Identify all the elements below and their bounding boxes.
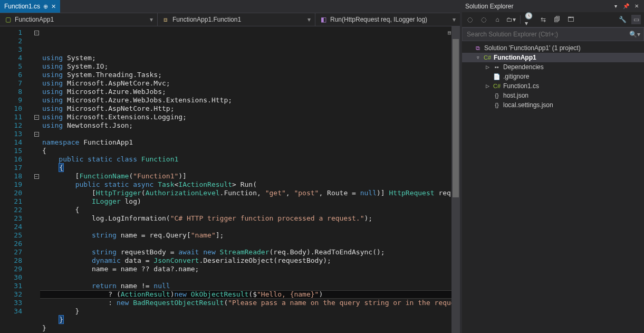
navigation-bar: ▢ FunctionApp1 ▾ ⧈ FunctionApp1.Function… bbox=[0, 13, 460, 26]
toolbar-separator bbox=[520, 15, 521, 24]
pin-icon[interactable]: ⊕ bbox=[43, 3, 48, 10]
tree-item-label: Dependencies bbox=[503, 63, 641, 71]
csharp-project-icon: ▢ bbox=[4, 16, 12, 23]
sln-icon: ⧉ bbox=[474, 44, 482, 52]
tab-bar: Function1.cs ⊕ ✕ bbox=[0, 0, 460, 13]
expand-arrow-icon[interactable]: ▷ bbox=[484, 64, 491, 70]
code-content[interactable]: using System;using System.IO;using Syste… bbox=[40, 26, 451, 333]
code-editor[interactable]: 1234567891011121314151617181920212223242… bbox=[0, 26, 460, 333]
tree-item-label: local.settings.json bbox=[503, 101, 641, 109]
chevron-down-icon: ▾ bbox=[307, 16, 311, 23]
file-tab[interactable]: Function1.cs ⊕ ✕ bbox=[0, 0, 60, 13]
line-number-gutter: 1234567891011121314151617181920212223242… bbox=[0, 26, 33, 333]
wrench-icon[interactable]: 🔧 bbox=[618, 15, 627, 24]
tree-item[interactable]: 📄.gitignore bbox=[462, 72, 644, 81]
panel-titlebar[interactable]: Solution Explorer ▾ 📌 ✕ bbox=[462, 0, 644, 12]
search-icon[interactable]: 🔍▾ bbox=[629, 31, 640, 38]
home-icon[interactable]: ⌂ bbox=[493, 15, 502, 24]
collapse-icon[interactable]: ⇆ bbox=[539, 15, 548, 24]
json-icon: {} bbox=[493, 91, 501, 100]
csproj-icon: C# bbox=[483, 53, 492, 62]
nav-member-label: Run(HttpRequest req, ILogger log) bbox=[330, 16, 427, 23]
tree-item-label: Solution 'FunctionApp1' (1 project) bbox=[484, 44, 641, 52]
nav-scope-label: FunctionApp1 bbox=[15, 16, 54, 23]
method-icon: ◧ bbox=[320, 16, 327, 23]
nav-member[interactable]: ◧ Run(HttpRequest req, ILogger log) ▾ bbox=[315, 13, 460, 26]
tree-item[interactable]: {}local.settings.json bbox=[462, 100, 644, 110]
search-input[interactable] bbox=[466, 30, 629, 39]
explorer-toolbar: ◌ ◌ ⌂ 🗀▾ 🕓▾ ⇆ 🗐 🗔 🔧 ▭ bbox=[462, 12, 644, 27]
scrollbar-thumb[interactable] bbox=[453, 39, 459, 197]
split-marker-icon[interactable]: ▤ bbox=[447, 28, 451, 37]
expand-arrow-icon[interactable]: ▿ bbox=[475, 55, 481, 60]
window-position-icon[interactable]: ▾ bbox=[611, 2, 620, 11]
tree-item[interactable]: {}host.json bbox=[462, 91, 644, 100]
close-icon[interactable]: ✕ bbox=[51, 3, 56, 10]
vertical-scrollbar[interactable] bbox=[451, 26, 460, 333]
forward-icon[interactable]: ◌ bbox=[479, 15, 488, 24]
explorer-search[interactable]: 🔍▾ bbox=[462, 27, 644, 41]
chevron-down-icon: ▾ bbox=[150, 16, 153, 23]
close-icon[interactable]: ✕ bbox=[632, 2, 641, 11]
nav-scope[interactable]: ▢ FunctionApp1 ▾ bbox=[0, 13, 158, 26]
solution-explorer: Solution Explorer ▾ 📌 ✕ ◌ ◌ ⌂ 🗀▾ 🕓▾ ⇆ 🗐 … bbox=[462, 0, 644, 333]
sync-icon[interactable]: 🗀▾ bbox=[506, 15, 516, 24]
nav-class[interactable]: ⧈ FunctionApp1.Function1 ▾ bbox=[158, 13, 315, 26]
dep-icon: ▪▪ bbox=[493, 63, 501, 71]
tree-item-label: Function1.cs bbox=[503, 82, 641, 90]
panel-title-text: Solution Explorer bbox=[465, 3, 609, 10]
refresh-icon[interactable]: 🕓▾ bbox=[525, 15, 534, 24]
tree-item-label: FunctionApp1 bbox=[494, 54, 641, 61]
preview-icon[interactable]: ▭ bbox=[631, 15, 641, 24]
class-icon: ⧈ bbox=[162, 16, 169, 23]
tree-item-label: .gitignore bbox=[503, 73, 641, 80]
json-icon: {} bbox=[493, 101, 501, 109]
tree-item[interactable]: ▷C#Function1.cs bbox=[462, 81, 644, 91]
tab-filename: Function1.cs bbox=[4, 3, 40, 10]
chevron-down-icon: ▾ bbox=[453, 16, 456, 23]
editor-pane: Function1.cs ⊕ ✕ ▢ FunctionApp1 ▾ ⧈ Func… bbox=[0, 0, 460, 333]
back-icon[interactable]: ◌ bbox=[465, 15, 475, 24]
expand-arrow-icon[interactable]: ▷ bbox=[484, 83, 491, 89]
file-icon: 📄 bbox=[493, 72, 501, 81]
tree-item[interactable]: ⧉Solution 'FunctionApp1' (1 project) bbox=[462, 43, 644, 53]
solution-tree[interactable]: ⧉Solution 'FunctionApp1' (1 project)▿C#F… bbox=[462, 41, 644, 333]
show-all-icon[interactable]: 🗐 bbox=[552, 15, 562, 24]
tree-item[interactable]: ▷▪▪Dependencies bbox=[462, 62, 644, 72]
pin-icon[interactable]: 📌 bbox=[622, 2, 630, 11]
tree-item[interactable]: ▿C#FunctionApp1 bbox=[462, 53, 644, 62]
fold-column[interactable]: −−−− bbox=[33, 26, 40, 333]
nav-class-label: FunctionApp1.Function1 bbox=[172, 16, 241, 23]
tree-item-label: host.json bbox=[503, 92, 641, 99]
cs-icon: C# bbox=[493, 82, 501, 90]
properties-icon[interactable]: 🗔 bbox=[566, 15, 575, 24]
